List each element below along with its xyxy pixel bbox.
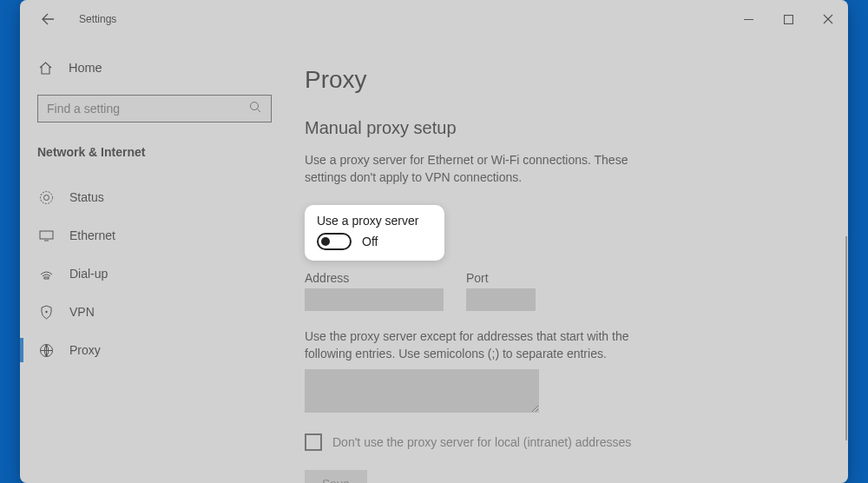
toggle-row: Off bbox=[317, 233, 418, 250]
port-field-group: Port bbox=[466, 271, 536, 311]
save-button[interactable]: Save bbox=[305, 470, 367, 483]
local-bypass-checkbox[interactable] bbox=[305, 433, 322, 451]
close-icon bbox=[823, 14, 833, 24]
titlebar: Settings bbox=[20, 0, 848, 38]
home-icon bbox=[37, 60, 53, 76]
dialup-icon bbox=[38, 266, 54, 281]
sidebar-item-label: Ethernet bbox=[69, 228, 115, 242]
home-label: Home bbox=[69, 61, 102, 75]
monitor-icon bbox=[38, 228, 54, 243]
local-bypass-row: Don't use the proxy server for local (in… bbox=[305, 433, 848, 451]
sidebar-item-dialup[interactable]: Dial-up bbox=[20, 255, 286, 293]
window-body: Home Network & Internet Status bbox=[20, 38, 848, 483]
sidebar-item-proxy[interactable]: Proxy bbox=[20, 331, 286, 369]
minimize-button[interactable] bbox=[728, 5, 768, 33]
shield-lock-icon bbox=[38, 304, 54, 320]
sidebar-item-label: Proxy bbox=[69, 343, 101, 357]
toggle-label: Use a proxy server bbox=[317, 214, 418, 228]
svg-point-6 bbox=[45, 310, 47, 312]
sidebar-item-status[interactable]: Status bbox=[20, 178, 286, 216]
section-description: Use a proxy server for Ethernet or Wi-Fi… bbox=[305, 152, 648, 186]
svg-point-1 bbox=[251, 102, 259, 109]
bypass-description: Use the proxy server except for addresse… bbox=[305, 328, 669, 362]
local-bypass-label: Don't use the proxy server for local (in… bbox=[332, 435, 631, 449]
settings-window: Settings Home bbox=[20, 0, 848, 483]
globe-icon bbox=[38, 342, 54, 358]
svg-rect-5 bbox=[44, 277, 49, 279]
toggle-state: Off bbox=[362, 235, 378, 248]
minimize-icon bbox=[744, 15, 753, 24]
address-label: Address bbox=[305, 271, 444, 285]
sidebar-item-ethernet[interactable]: Ethernet bbox=[20, 216, 286, 255]
bypass-input[interactable] bbox=[305, 369, 539, 413]
close-button[interactable] bbox=[808, 5, 848, 33]
svg-rect-0 bbox=[784, 15, 792, 23]
address-field-group: Address bbox=[305, 271, 444, 311]
search-box[interactable] bbox=[37, 95, 272, 122]
window-title: Settings bbox=[79, 13, 116, 25]
svg-point-2 bbox=[40, 191, 52, 203]
proxy-toggle-card: Use a proxy server Off bbox=[305, 205, 444, 261]
sidebar-item-label: Status bbox=[69, 190, 104, 204]
svg-rect-4 bbox=[40, 231, 53, 239]
back-button[interactable] bbox=[36, 7, 60, 31]
svg-point-3 bbox=[43, 195, 49, 200]
globe-net-icon bbox=[38, 189, 54, 205]
sidebar-item-label: Dial-up bbox=[69, 267, 108, 281]
home-link[interactable]: Home bbox=[20, 38, 286, 95]
content-pane: Proxy Manual proxy setup Use a proxy ser… bbox=[286, 38, 848, 483]
address-input[interactable] bbox=[305, 288, 444, 311]
section-heading: Manual proxy setup bbox=[305, 118, 848, 138]
search-icon bbox=[249, 101, 262, 117]
proxy-toggle[interactable] bbox=[317, 233, 352, 250]
toggle-knob bbox=[321, 237, 330, 246]
window-controls bbox=[728, 5, 848, 33]
address-port-row: Address Port bbox=[305, 271, 848, 311]
port-label: Port bbox=[466, 271, 536, 285]
page-title: Proxy bbox=[305, 66, 848, 94]
maximize-icon bbox=[784, 15, 793, 24]
scrollbar[interactable] bbox=[845, 236, 847, 440]
category-heading: Network & Internet bbox=[37, 145, 286, 159]
nav-list: Status Ethernet Dial-up bbox=[20, 178, 286, 369]
maximize-button[interactable] bbox=[768, 5, 808, 33]
sidebar: Home Network & Internet Status bbox=[20, 38, 286, 483]
sidebar-item-label: VPN bbox=[69, 305, 95, 319]
search-input[interactable] bbox=[47, 102, 249, 116]
port-input[interactable] bbox=[466, 288, 536, 311]
back-arrow-icon bbox=[41, 12, 55, 26]
sidebar-item-vpn[interactable]: VPN bbox=[20, 293, 286, 331]
